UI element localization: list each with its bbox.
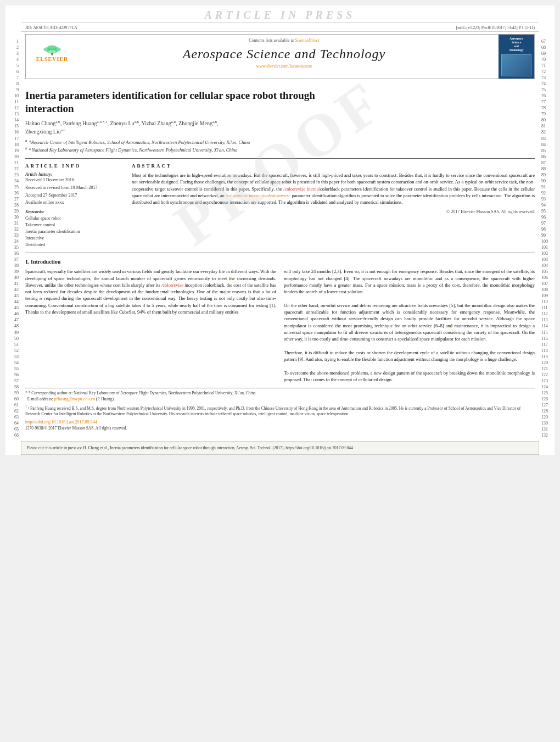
introduction-section: 1. Introduction Spacecraft, especially t…	[25, 259, 535, 383]
ln11: 11	[5, 99, 19, 105]
rn97: 97	[541, 220, 555, 226]
ln39: 39	[5, 269, 19, 275]
meta-right: [m5G; v1.223; Pm:8/10/2017; 13:42] P.1 (…	[456, 25, 535, 30]
abstract-column: ABSTRACT Most of the technologies are in…	[132, 163, 535, 248]
sciencedirect-link[interactable]: ScienceDirect	[295, 38, 320, 43]
rn76: 76	[541, 93, 555, 99]
email-note: E-mail address: pfhuang@nwpu.edu.cn (P. …	[25, 396, 535, 403]
rn118: 118	[541, 348, 555, 354]
keywords-label: Keywords:	[25, 209, 124, 214]
ln12: 12	[5, 105, 19, 111]
rn77: 77	[541, 99, 555, 105]
rn92: 92	[541, 190, 555, 196]
ln46: 46	[5, 311, 19, 317]
ln34: 34	[5, 238, 19, 244]
ln33: 33	[5, 232, 19, 238]
ln38: 38	[5, 263, 19, 269]
keyword-4: Interactive	[25, 235, 124, 242]
main-content: PROOF ARTICLE IN PRESS JID: AESCTE AID: …	[21, 5, 539, 455]
ln4: 4	[5, 57, 19, 63]
abstract-header: ABSTRACT	[132, 163, 535, 169]
ln1: 1	[5, 38, 19, 44]
rn87: 87	[541, 160, 555, 166]
rn131: 131	[541, 426, 555, 432]
journal-header: ELSEVIER Contents lists available at Sci…	[25, 34, 535, 79]
ln21: 21	[5, 160, 19, 166]
keyword-3: Inertia parameter identification	[25, 228, 124, 235]
rn88: 88	[541, 166, 555, 172]
meta-left: JID: AESCTE AID: 4229 /FLA	[25, 25, 77, 30]
rn74: 74	[541, 81, 555, 87]
footnotes: * * Corresponding author at: National Ke…	[25, 388, 535, 432]
journal-url: www.elsevier.com/locate/aescte	[256, 64, 312, 69]
ln7: 7	[5, 75, 19, 81]
journal-title: Aerospace Science and Technology	[183, 47, 385, 62]
ln19: 19	[5, 148, 19, 154]
rn115: 115	[541, 330, 555, 336]
rn121: 121	[541, 366, 555, 372]
rn128: 128	[541, 408, 555, 414]
rn106: 106	[541, 275, 555, 281]
rn90: 90	[541, 178, 555, 184]
banner-text: ARTICLE IN PRESS	[205, 9, 356, 21]
ln48: 48	[5, 323, 19, 329]
ln66: 66	[5, 432, 19, 438]
divider-rule-2	[25, 253, 535, 253]
ln15: 15	[5, 123, 19, 129]
rn70: 70	[541, 57, 555, 63]
thumb-image	[501, 54, 531, 76]
email-link[interactable]: pfhuang@nwpu.edu.cn	[54, 397, 95, 401]
ln63: 63	[5, 414, 19, 420]
ln5: 5	[5, 63, 19, 69]
rn91: 91	[541, 184, 555, 190]
svg-rect-4	[52, 53, 53, 55]
divider-rule	[25, 158, 535, 159]
ln10: 10	[5, 93, 19, 99]
ln3: 3	[5, 51, 19, 57]
elsevier-wordmark: ELSEVIER	[36, 56, 69, 62]
rn108: 108	[541, 287, 555, 293]
corresponding-author-note: * * Corresponding author at: National Ke…	[25, 390, 535, 397]
history-label: Article history:	[25, 172, 124, 177]
rn79: 79	[541, 111, 555, 117]
rn119: 119	[541, 354, 555, 360]
rn102: 102	[541, 250, 555, 256]
ln64: 64	[5, 420, 19, 426]
ln30: 30	[5, 214, 19, 220]
ln54: 54	[5, 360, 19, 366]
paper-title: Inertia parameters identification for ce…	[25, 89, 535, 116]
rn103: 103	[541, 256, 555, 263]
ln61: 61	[5, 402, 19, 408]
ln6: 6	[5, 69, 19, 75]
rn81: 81	[541, 123, 555, 129]
issn-block: 1270-9638/© 2017 Elsevier Masson SAS. Al…	[25, 426, 535, 432]
rn130: 130	[541, 420, 555, 426]
ln45: 45	[5, 305, 19, 311]
rn100: 100	[541, 238, 555, 244]
rn99: 99	[541, 232, 555, 238]
ln36: 36	[5, 250, 19, 256]
ln13: 13	[5, 111, 19, 117]
rn96: 96	[541, 214, 555, 220]
rn109: 109	[541, 293, 555, 299]
ln22: 22	[5, 166, 19, 172]
ln35: 35	[5, 244, 19, 250]
intro-title: 1. Introduction	[25, 259, 535, 265]
rn107: 107	[541, 281, 555, 287]
intro-body: Spacecraft, especially the satellites ar…	[25, 268, 535, 383]
ln31: 31	[5, 220, 19, 226]
rn98: 98	[541, 226, 555, 232]
keyword-1: Cellular space robot	[25, 215, 124, 222]
rn111: 111	[541, 305, 555, 311]
doi-link[interactable]: https://doi.org/10.1016/j.ast.2017.09.04…	[25, 420, 97, 425]
ln20: 20	[5, 154, 19, 160]
ln23: 23	[5, 172, 19, 178]
ln24: 24	[5, 178, 19, 184]
article-content: Inertia parameters identification for ce…	[21, 81, 539, 436]
ln53: 53	[5, 354, 19, 360]
rn89: 89	[541, 172, 555, 178]
ln40: 40	[5, 275, 19, 281]
rn82: 82	[541, 129, 555, 135]
intro-col2: will only take 24 months [2,3]. Even so,…	[284, 268, 535, 383]
rn80: 80	[541, 117, 555, 123]
